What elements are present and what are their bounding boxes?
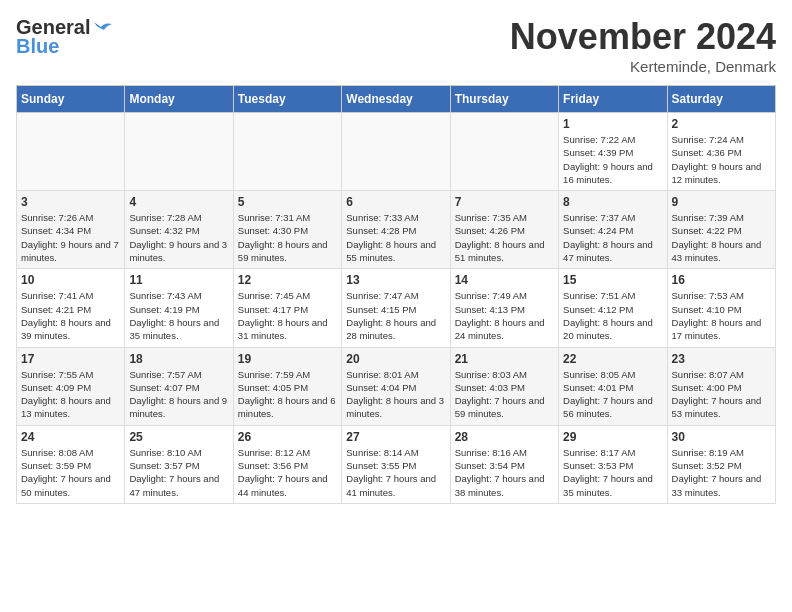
- day-info: Sunrise: 7:55 AMSunset: 4:09 PMDaylight:…: [21, 368, 120, 421]
- day-info: Sunrise: 7:35 AMSunset: 4:26 PMDaylight:…: [455, 211, 554, 264]
- day-number: 3: [21, 195, 120, 209]
- day-info: Sunrise: 8:16 AMSunset: 3:54 PMDaylight:…: [455, 446, 554, 499]
- calendar-cell: 26Sunrise: 8:12 AMSunset: 3:56 PMDayligh…: [233, 425, 341, 503]
- week-row-3: 10Sunrise: 7:41 AMSunset: 4:21 PMDayligh…: [17, 269, 776, 347]
- calendar-cell: 28Sunrise: 8:16 AMSunset: 3:54 PMDayligh…: [450, 425, 558, 503]
- day-number: 18: [129, 352, 228, 366]
- day-info: Sunrise: 7:22 AMSunset: 4:39 PMDaylight:…: [563, 133, 662, 186]
- day-info: Sunrise: 7:51 AMSunset: 4:12 PMDaylight:…: [563, 289, 662, 342]
- day-info: Sunrise: 8:10 AMSunset: 3:57 PMDaylight:…: [129, 446, 228, 499]
- day-info: Sunrise: 8:01 AMSunset: 4:04 PMDaylight:…: [346, 368, 445, 421]
- calendar-cell: 4Sunrise: 7:28 AMSunset: 4:32 PMDaylight…: [125, 191, 233, 269]
- calendar-cell: 3Sunrise: 7:26 AMSunset: 4:34 PMDaylight…: [17, 191, 125, 269]
- weekday-header-thursday: Thursday: [450, 86, 558, 113]
- weekday-header-monday: Monday: [125, 86, 233, 113]
- day-number: 25: [129, 430, 228, 444]
- day-info: Sunrise: 7:45 AMSunset: 4:17 PMDaylight:…: [238, 289, 337, 342]
- calendar-cell: 2Sunrise: 7:24 AMSunset: 4:36 PMDaylight…: [667, 113, 775, 191]
- calendar-cell: 14Sunrise: 7:49 AMSunset: 4:13 PMDayligh…: [450, 269, 558, 347]
- calendar-cell: 13Sunrise: 7:47 AMSunset: 4:15 PMDayligh…: [342, 269, 450, 347]
- day-info: Sunrise: 7:24 AMSunset: 4:36 PMDaylight:…: [672, 133, 771, 186]
- calendar-cell: [233, 113, 341, 191]
- logo: General Blue: [16, 16, 114, 58]
- calendar-cell: 30Sunrise: 8:19 AMSunset: 3:52 PMDayligh…: [667, 425, 775, 503]
- day-number: 28: [455, 430, 554, 444]
- day-number: 11: [129, 273, 228, 287]
- title-block: November 2024 Kerteminde, Denmark: [510, 16, 776, 75]
- day-info: Sunrise: 7:26 AMSunset: 4:34 PMDaylight:…: [21, 211, 120, 264]
- calendar-cell: 7Sunrise: 7:35 AMSunset: 4:26 PMDaylight…: [450, 191, 558, 269]
- week-row-5: 24Sunrise: 8:08 AMSunset: 3:59 PMDayligh…: [17, 425, 776, 503]
- logo-blue: Blue: [16, 35, 59, 58]
- month-title: November 2024: [510, 16, 776, 58]
- calendar-table: SundayMondayTuesdayWednesdayThursdayFrid…: [16, 85, 776, 504]
- day-info: Sunrise: 8:17 AMSunset: 3:53 PMDaylight:…: [563, 446, 662, 499]
- calendar-cell: 23Sunrise: 8:07 AMSunset: 4:00 PMDayligh…: [667, 347, 775, 425]
- calendar-cell: 9Sunrise: 7:39 AMSunset: 4:22 PMDaylight…: [667, 191, 775, 269]
- week-row-2: 3Sunrise: 7:26 AMSunset: 4:34 PMDaylight…: [17, 191, 776, 269]
- calendar-cell: 27Sunrise: 8:14 AMSunset: 3:55 PMDayligh…: [342, 425, 450, 503]
- day-info: Sunrise: 8:14 AMSunset: 3:55 PMDaylight:…: [346, 446, 445, 499]
- calendar-cell: 15Sunrise: 7:51 AMSunset: 4:12 PMDayligh…: [559, 269, 667, 347]
- day-info: Sunrise: 8:12 AMSunset: 3:56 PMDaylight:…: [238, 446, 337, 499]
- day-info: Sunrise: 8:19 AMSunset: 3:52 PMDaylight:…: [672, 446, 771, 499]
- calendar-cell: [342, 113, 450, 191]
- weekday-header-wednesday: Wednesday: [342, 86, 450, 113]
- day-info: Sunrise: 8:08 AMSunset: 3:59 PMDaylight:…: [21, 446, 120, 499]
- day-number: 21: [455, 352, 554, 366]
- calendar-cell: [450, 113, 558, 191]
- calendar-cell: [125, 113, 233, 191]
- day-info: Sunrise: 8:03 AMSunset: 4:03 PMDaylight:…: [455, 368, 554, 421]
- calendar-cell: 17Sunrise: 7:55 AMSunset: 4:09 PMDayligh…: [17, 347, 125, 425]
- calendar-cell: 1Sunrise: 7:22 AMSunset: 4:39 PMDaylight…: [559, 113, 667, 191]
- day-info: Sunrise: 7:33 AMSunset: 4:28 PMDaylight:…: [346, 211, 445, 264]
- day-number: 4: [129, 195, 228, 209]
- week-row-1: 1Sunrise: 7:22 AMSunset: 4:39 PMDaylight…: [17, 113, 776, 191]
- day-info: Sunrise: 7:53 AMSunset: 4:10 PMDaylight:…: [672, 289, 771, 342]
- weekday-header-tuesday: Tuesday: [233, 86, 341, 113]
- calendar-cell: 12Sunrise: 7:45 AMSunset: 4:17 PMDayligh…: [233, 269, 341, 347]
- day-info: Sunrise: 7:39 AMSunset: 4:22 PMDaylight:…: [672, 211, 771, 264]
- calendar-cell: 20Sunrise: 8:01 AMSunset: 4:04 PMDayligh…: [342, 347, 450, 425]
- calendar-cell: 21Sunrise: 8:03 AMSunset: 4:03 PMDayligh…: [450, 347, 558, 425]
- calendar-cell: 24Sunrise: 8:08 AMSunset: 3:59 PMDayligh…: [17, 425, 125, 503]
- weekday-header-friday: Friday: [559, 86, 667, 113]
- day-info: Sunrise: 7:37 AMSunset: 4:24 PMDaylight:…: [563, 211, 662, 264]
- calendar-cell: 5Sunrise: 7:31 AMSunset: 4:30 PMDaylight…: [233, 191, 341, 269]
- weekday-header-row: SundayMondayTuesdayWednesdayThursdayFrid…: [17, 86, 776, 113]
- day-number: 9: [672, 195, 771, 209]
- day-info: Sunrise: 7:59 AMSunset: 4:05 PMDaylight:…: [238, 368, 337, 421]
- day-number: 6: [346, 195, 445, 209]
- day-info: Sunrise: 7:49 AMSunset: 4:13 PMDaylight:…: [455, 289, 554, 342]
- day-number: 23: [672, 352, 771, 366]
- day-number: 8: [563, 195, 662, 209]
- weekday-header-sunday: Sunday: [17, 86, 125, 113]
- calendar-cell: 8Sunrise: 7:37 AMSunset: 4:24 PMDaylight…: [559, 191, 667, 269]
- calendar-cell: 18Sunrise: 7:57 AMSunset: 4:07 PMDayligh…: [125, 347, 233, 425]
- day-number: 22: [563, 352, 662, 366]
- calendar-cell: 10Sunrise: 7:41 AMSunset: 4:21 PMDayligh…: [17, 269, 125, 347]
- day-info: Sunrise: 7:41 AMSunset: 4:21 PMDaylight:…: [21, 289, 120, 342]
- day-number: 14: [455, 273, 554, 287]
- location: Kerteminde, Denmark: [510, 58, 776, 75]
- week-row-4: 17Sunrise: 7:55 AMSunset: 4:09 PMDayligh…: [17, 347, 776, 425]
- day-number: 10: [21, 273, 120, 287]
- logo-bird-icon: [92, 20, 114, 36]
- day-info: Sunrise: 7:28 AMSunset: 4:32 PMDaylight:…: [129, 211, 228, 264]
- day-number: 29: [563, 430, 662, 444]
- day-number: 7: [455, 195, 554, 209]
- day-number: 19: [238, 352, 337, 366]
- day-number: 12: [238, 273, 337, 287]
- calendar-cell: [17, 113, 125, 191]
- day-number: 15: [563, 273, 662, 287]
- calendar-cell: 19Sunrise: 7:59 AMSunset: 4:05 PMDayligh…: [233, 347, 341, 425]
- calendar-cell: 16Sunrise: 7:53 AMSunset: 4:10 PMDayligh…: [667, 269, 775, 347]
- day-info: Sunrise: 8:05 AMSunset: 4:01 PMDaylight:…: [563, 368, 662, 421]
- calendar-cell: 29Sunrise: 8:17 AMSunset: 3:53 PMDayligh…: [559, 425, 667, 503]
- day-number: 30: [672, 430, 771, 444]
- day-info: Sunrise: 7:47 AMSunset: 4:15 PMDaylight:…: [346, 289, 445, 342]
- calendar-cell: 25Sunrise: 8:10 AMSunset: 3:57 PMDayligh…: [125, 425, 233, 503]
- calendar-cell: 22Sunrise: 8:05 AMSunset: 4:01 PMDayligh…: [559, 347, 667, 425]
- day-number: 24: [21, 430, 120, 444]
- calendar-cell: 11Sunrise: 7:43 AMSunset: 4:19 PMDayligh…: [125, 269, 233, 347]
